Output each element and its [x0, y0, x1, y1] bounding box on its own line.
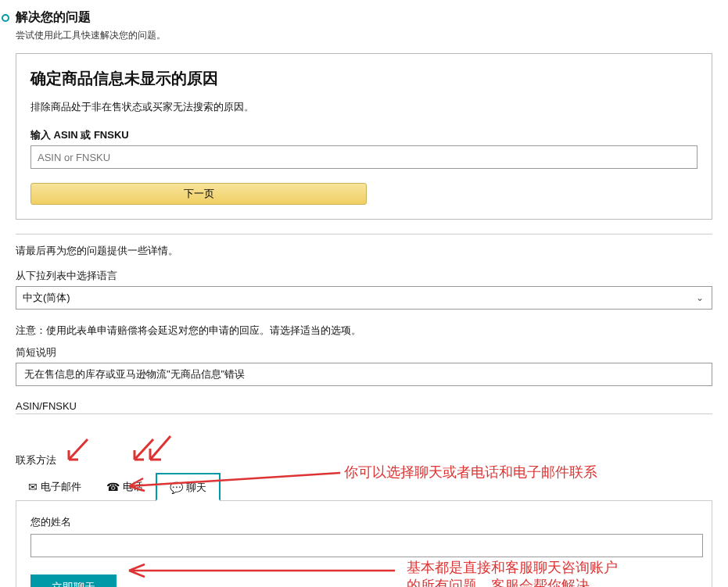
- diagnose-card: 确定商品信息未显示的原因 排除商品处于非在售状态或买家无法搜索的原因。 输入 A…: [16, 53, 712, 220]
- annotation-text: 你可以选择聊天或者电话和电子邮件联系: [344, 463, 597, 481]
- page-title: 解决您的问题: [16, 9, 712, 26]
- asin-input-label: 输入 ASIN 或 FNSKU: [30, 128, 698, 142]
- tab-chat[interactable]: 💬 聊天: [156, 473, 221, 501]
- name-input[interactable]: [30, 534, 703, 557]
- step-radio: [2, 14, 9, 22]
- short-desc-block: 简短说明 无在售信息的库存或亚马逊物流"无商品信息"错误: [16, 345, 712, 386]
- tab-chat-label: 聊天: [186, 481, 206, 495]
- start-chat-button[interactable]: 立即聊天: [30, 574, 117, 587]
- notice-text: 注意：使用此表单申请赔偿将会延迟对您的申请的回应。请选择适当的选项。: [16, 324, 712, 338]
- tab-email-label: 电子邮件: [41, 480, 81, 494]
- phone-icon: ☎: [106, 481, 120, 493]
- followup-note: 请最后再为您的问题提供一些详情。: [16, 234, 712, 258]
- page-subtitle: 尝试使用此工具快速解决您的问题。: [16, 29, 712, 42]
- language-value: 中文(简体): [23, 292, 70, 303]
- asin-input[interactable]: [30, 145, 698, 169]
- name-field-label: 您的姓名: [30, 515, 698, 529]
- annotation-text: 基本都是直接和客服聊天咨询账户 的所有问题，客服会帮你解决: [407, 559, 618, 587]
- chevron-down-icon: ⌄: [696, 287, 704, 309]
- language-label: 从下拉列表中选择语言: [16, 269, 712, 283]
- card-title: 确定商品信息未显示的原因: [30, 68, 698, 89]
- tab-email[interactable]: ✉ 电子邮件: [16, 472, 94, 500]
- tab-phone-label: 电话: [123, 480, 143, 494]
- short-desc-label: 简短说明: [16, 345, 712, 360]
- email-icon: ✉: [28, 481, 38, 493]
- short-desc-value: 无在售信息的库存或亚马逊物流"无商品信息"错误: [16, 363, 712, 386]
- next-button[interactable]: 下一页: [30, 183, 367, 205]
- chat-icon: 💬: [170, 481, 183, 494]
- card-desc: 排除商品处于非在售状态或买家无法搜索的原因。: [30, 100, 698, 114]
- language-select[interactable]: 中文(简体) ⌄: [16, 286, 712, 310]
- language-block: 从下拉列表中选择语言 中文(简体) ⌄: [16, 269, 712, 310]
- asin-fnsku-label: ASIN/FNSKU: [16, 400, 712, 414]
- tab-phone[interactable]: ☎ 电话: [94, 472, 156, 500]
